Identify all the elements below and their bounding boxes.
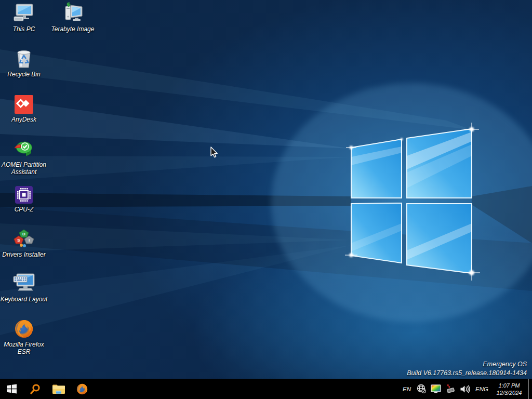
desktop-icon-this-pc[interactable]: This PC bbox=[0, 2, 48, 33]
recycle-bin-icon bbox=[12, 47, 35, 69]
input-indicator[interactable]: EN bbox=[401, 386, 413, 392]
firefox-esr-icon bbox=[12, 317, 35, 339]
watermark-build-string: Build V6.17763.rs5_release.180914-1434 bbox=[407, 369, 527, 378]
svg-text:S: S bbox=[17, 238, 20, 243]
keyboard-language-indicator[interactable]: ENG bbox=[474, 386, 490, 392]
search-button[interactable] bbox=[23, 379, 47, 399]
taskbar-clock[interactable]: 1:07 PM 12/3/2024 bbox=[493, 382, 525, 396]
desktop-icon-cpu-z[interactable]: CPU-Z bbox=[0, 182, 48, 213]
desktop-icon-anydesk[interactable]: AnyDesk bbox=[0, 92, 48, 123]
safely-remove-hardware-icon bbox=[445, 384, 456, 394]
safely-remove-hardware-button[interactable] bbox=[445, 379, 456, 399]
firefox-taskbar-button[interactable] bbox=[70, 379, 94, 399]
desktop-icon-drivers-installer[interactable]: D S I Drivers Installer bbox=[0, 228, 48, 258]
windows-hero-wallpaper bbox=[0, 0, 532, 379]
file-explorer-icon bbox=[52, 383, 65, 395]
svg-text:D: D bbox=[22, 232, 25, 236]
file-explorer-button[interactable] bbox=[47, 379, 70, 399]
clock-time: 1:07 PM bbox=[496, 382, 522, 389]
show-desktop-button[interactable] bbox=[528, 379, 531, 399]
desktop-icon-label: Mozilla Firefox ESR bbox=[0, 341, 48, 355]
desktop-icon-label: Drivers Installer bbox=[0, 251, 48, 258]
taskbar: EN bbox=[0, 379, 532, 399]
network-globe-offline-icon bbox=[417, 384, 427, 394]
desktop-screen: This PC bbox=[0, 0, 532, 399]
display-settings-button[interactable] bbox=[430, 379, 442, 399]
desktop-icon-aomei-partition-assistant[interactable]: AOMEI Partition Assistant bbox=[0, 138, 48, 176]
desktop-icon-label: This PC bbox=[0, 25, 48, 33]
search-icon bbox=[30, 383, 41, 395]
system-tray: EN bbox=[401, 379, 532, 399]
svg-text:I: I bbox=[29, 238, 30, 243]
desktop-icon-terabyte-image[interactable]: Terabyte Image bbox=[49, 2, 97, 33]
watermark-os-name: Emergency OS bbox=[407, 360, 527, 369]
volume-button[interactable] bbox=[459, 379, 471, 399]
cpu-z-icon bbox=[12, 182, 35, 204]
network-status-button[interactable] bbox=[416, 379, 427, 399]
keyboard-layout-icon bbox=[12, 272, 35, 294]
this-pc-icon bbox=[12, 2, 35, 24]
desktop-icon-label: Recycle Bin bbox=[0, 71, 48, 78]
terabyte-image-icon bbox=[61, 2, 84, 24]
desktop-icon-mozilla-firefox-esr[interactable]: Mozilla Firefox ESR bbox=[0, 317, 48, 355]
speaker-icon bbox=[460, 384, 471, 394]
os-build-watermark: Emergency OS Build V6.17763.rs5_release.… bbox=[407, 360, 527, 378]
desktop-icon-label: Keyboard Layout bbox=[0, 296, 48, 303]
windows-start-icon bbox=[6, 383, 17, 394]
desktop-icon-keyboard-layout[interactable]: Keyboard Layout bbox=[0, 272, 48, 303]
drivers-installer-icon: D S I bbox=[12, 228, 35, 249]
desktop-icon-label: AnyDesk bbox=[0, 116, 48, 123]
desktop-icon-label: Terabyte Image bbox=[49, 25, 97, 33]
anydesk-icon bbox=[12, 92, 35, 114]
desktop-icon-recycle-bin[interactable]: Recycle Bin bbox=[0, 47, 48, 78]
aomei-partition-assistant-icon bbox=[12, 138, 35, 159]
firefox-icon bbox=[76, 383, 88, 395]
clock-date: 12/3/2024 bbox=[496, 389, 522, 396]
display-color-icon bbox=[431, 384, 441, 394]
desktop-icon-label: CPU-Z bbox=[0, 206, 48, 213]
desktop-icon-label: AOMEI Partition Assistant bbox=[0, 161, 48, 176]
start-button[interactable] bbox=[0, 379, 23, 399]
